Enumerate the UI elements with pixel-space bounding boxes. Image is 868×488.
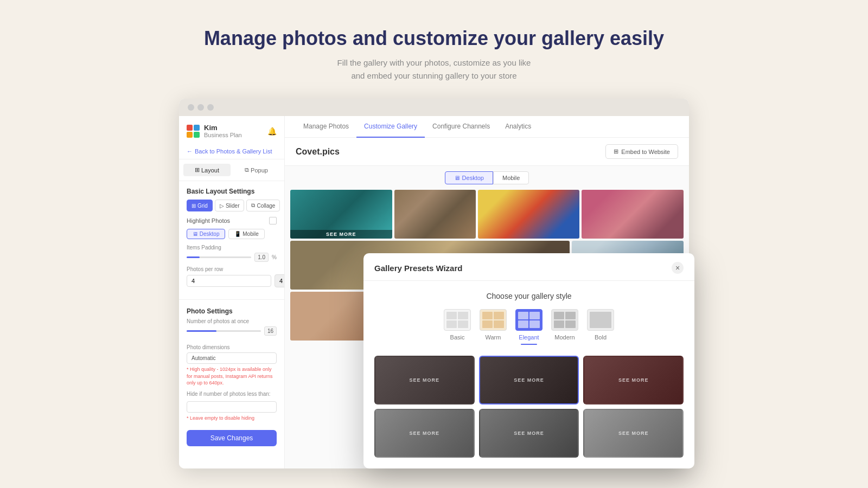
basic-layout-section: Basic Layout Settings ⊞ Grid ▷ Slider ⧉	[179, 181, 284, 297]
preview-item-3-label: SEE MORE	[584, 357, 682, 403]
hide-label: Hide if number of photos less than:	[187, 391, 277, 397]
style-option-modern[interactable]: Modern	[551, 309, 578, 345]
gallery-cell-3[interactable]	[478, 190, 580, 239]
grid-icon: ⊞	[195, 166, 200, 174]
desktop-view-btn[interactable]: 🖥 Desktop	[445, 171, 493, 184]
gallery-cell-2[interactable]	[394, 190, 476, 239]
photo-settings-title: Photo Settings	[179, 302, 284, 318]
desktop-view-icon: 🖥	[454, 175, 460, 181]
items-padding-slider-row: 1.0 %	[187, 253, 277, 262]
nav-tab-analytics[interactable]: Analytics	[497, 116, 539, 138]
style-option-warm[interactable]: Warm	[480, 309, 507, 345]
modal-title: Gallery Presets Wizard	[374, 264, 462, 273]
items-padding-unit: %	[272, 254, 277, 260]
sidebar-back-link[interactable]: ← Back to Photos & Gallery List	[179, 144, 284, 159]
nav-tab-customize[interactable]: Customize Gallery	[356, 116, 425, 138]
popup-icon: ⧉	[245, 166, 249, 174]
modal-close-button[interactable]: ×	[672, 262, 684, 274]
nav-tab-manage-photos[interactable]: Manage Photos	[296, 116, 356, 138]
sidebar: Kim Business Plan 🔔 ← Back to Photos & G…	[179, 116, 285, 468]
nav-tab-configure[interactable]: Configure Channels	[425, 116, 497, 138]
hero-subtitle: Fill the gallery with your photos, custo…	[0, 56, 868, 82]
arrow-left-icon: ←	[187, 148, 193, 155]
photos-per-row-label: Photos per row	[187, 266, 277, 272]
section-title: Basic Layout Settings	[187, 188, 277, 195]
mobile-view-btn[interactable]: Mobile	[493, 171, 529, 184]
photo-dim-select[interactable]: Automatic	[187, 352, 277, 364]
gallery-cell-4[interactable]	[582, 190, 684, 239]
style-option-bold[interactable]: Bold	[587, 309, 614, 345]
photos-per-row-input[interactable]	[187, 275, 271, 287]
preview-item-6[interactable]: SEE MORE	[583, 409, 684, 458]
gallery-presets-modal: Gallery Presets Wizard × Choose your gal…	[363, 253, 694, 468]
items-padding-label: Items Padding	[187, 245, 277, 251]
layout-options: ⊞ Grid ▷ Slider ⧉ Collage	[187, 200, 277, 211]
embed-button[interactable]: ⊞ Embed to Website	[605, 144, 678, 159]
num-photos-section: Number of photos at once 16	[179, 318, 284, 344]
modal-body: Choose your gallery style Basic	[363, 281, 694, 468]
sidebar-header: Kim Business Plan 🔔	[179, 116, 284, 144]
num-photos-track[interactable]	[187, 330, 261, 332]
style-option-basic[interactable]: Basic	[444, 309, 471, 345]
sidebar-tab-layout[interactable]: ⊞ Layout	[183, 164, 231, 176]
logo-cell-red	[187, 125, 193, 131]
hide-note: * Leave empty to disable hiding	[187, 415, 277, 422]
gallery-row-1: SEE MORE	[290, 190, 684, 239]
collage-icon: ⧉	[251, 202, 255, 209]
see-more-1: SEE MORE	[290, 230, 392, 239]
photo-dim-note: * High quality - 1024px is available onl…	[187, 366, 277, 387]
gallery-title: Covet.pics	[296, 147, 340, 157]
preview-item-3[interactable]: SEE MORE	[583, 356, 684, 404]
photo-dim-section: Photo dimensions Automatic * High qualit…	[179, 344, 284, 391]
modal-choose-title: Choose your gallery style	[374, 292, 684, 300]
desktop-icon: 🖥	[193, 231, 198, 237]
photos-per-row-select[interactable]: 4 3 5	[275, 274, 285, 287]
gallery-cell-1[interactable]: SEE MORE	[290, 190, 392, 239]
mobile-icon: 📱	[234, 231, 241, 237]
preview-item-1[interactable]: SEE MORE	[374, 356, 475, 404]
preview-tab-desktop[interactable]: 🖥 Desktop	[187, 229, 225, 239]
embed-icon: ⊞	[614, 148, 618, 155]
num-photos-label: Number of photos at once	[187, 318, 277, 324]
highlight-label: Highlight Photos	[187, 217, 230, 224]
section-divider	[179, 299, 284, 300]
browser-wrapper: Kim Business Plan 🔔 ← Back to Photos & G…	[179, 99, 689, 468]
style-label-modern: Modern	[554, 334, 575, 341]
gallery-header: Covet.pics ⊞ Embed to Website	[285, 138, 689, 166]
items-padding-track[interactable]	[187, 256, 251, 258]
style-options: Basic Warm	[374, 309, 684, 345]
style-icon-elegant	[515, 309, 542, 331]
hero-title: Manage photos and customize your gallery…	[0, 27, 868, 50]
sidebar-user-plan: Business Plan	[204, 132, 242, 138]
modal-positioner: Gallery Presets Wizard × Choose your gal…	[363, 253, 694, 468]
preview-item-4-label: SEE MORE	[375, 410, 474, 457]
bell-icon[interactable]: 🔔	[267, 127, 277, 136]
layout-option-slider[interactable]: ▷ Slider	[215, 200, 245, 211]
hide-input[interactable]	[187, 401, 277, 413]
preview-tab-mobile[interactable]: 📱 Mobile	[228, 229, 264, 239]
layout-option-grid[interactable]: ⊞ Grid	[187, 200, 213, 211]
slider-icon: ▷	[220, 203, 224, 209]
logo-grid	[187, 125, 200, 138]
style-icon-basic	[444, 309, 471, 331]
preview-item-5-label: SEE MORE	[480, 410, 578, 457]
preview-item-5[interactable]: SEE MORE	[479, 409, 579, 458]
browser-bar	[179, 99, 689, 116]
sidebar-tab-popup[interactable]: ⧉ Popup	[233, 164, 280, 176]
preview-item-2[interactable]: SEE MORE	[479, 356, 579, 404]
style-icon-bold	[587, 309, 614, 331]
save-button[interactable]: Save Changes	[187, 430, 277, 446]
style-label-warm: Warm	[486, 334, 501, 341]
preview-item-1-label: SEE MORE	[375, 357, 474, 403]
style-selected-indicator	[521, 344, 537, 345]
items-padding-value: 1.0	[254, 253, 269, 262]
style-option-elegant[interactable]: Elegant	[515, 309, 542, 345]
items-padding-fill	[187, 256, 200, 258]
highlight-checkbox[interactable]	[269, 217, 277, 224]
top-nav: Manage Photos Customize Gallery Configur…	[285, 116, 689, 138]
photos-per-row-row: 4 3 5	[187, 274, 277, 287]
layout-option-collage[interactable]: ⧉ Collage	[246, 200, 280, 211]
hero-section: Manage photos and customize your gallery…	[0, 0, 868, 99]
style-label-basic: Basic	[450, 334, 465, 341]
preview-item-4[interactable]: SEE MORE	[374, 409, 475, 458]
